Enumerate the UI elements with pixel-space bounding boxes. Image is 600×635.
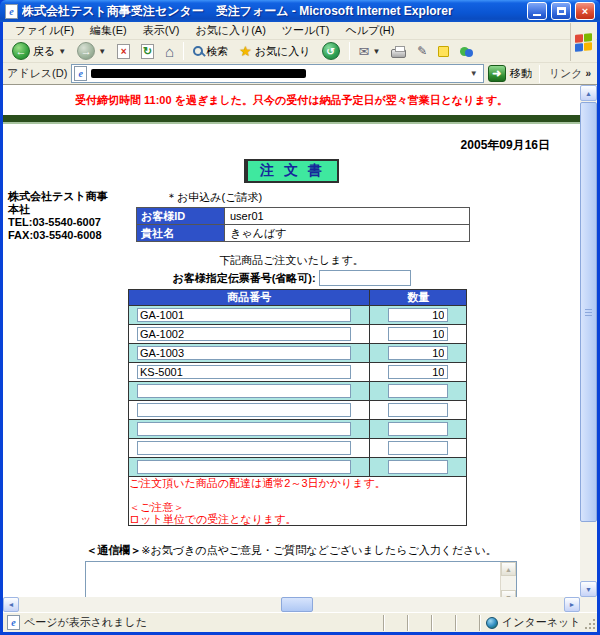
forward-dropdown-icon[interactable]: ▼ xyxy=(98,47,106,56)
quantity-input[interactable] xyxy=(388,403,448,417)
history-button[interactable]: ↺ xyxy=(317,40,345,62)
addressbar-separator xyxy=(539,65,540,83)
scroll-left-button[interactable]: ◄ xyxy=(3,597,19,612)
customer-block: ＊お申込み(ご請求) お客様IDuser01貴社名きゃんばす xyxy=(136,190,470,242)
quantity-input[interactable] xyxy=(388,460,448,474)
links-chevron-icon[interactable]: » xyxy=(585,68,591,79)
product-code-input[interactable] xyxy=(137,441,351,455)
slip-number-label: お客様指定伝票番号(省略可): xyxy=(172,271,315,286)
separator-bar xyxy=(3,115,580,124)
menu-view[interactable]: 表示(V) xyxy=(135,21,188,40)
refresh-button[interactable]: ↻ xyxy=(136,42,159,61)
product-code-input[interactable] xyxy=(137,403,351,417)
menu-favorites[interactable]: お気に入り(A) xyxy=(187,21,273,40)
forward-button[interactable]: → ▼ xyxy=(72,40,111,62)
messenger-icon xyxy=(460,47,469,56)
mail-button[interactable]: ✉ ▼ xyxy=(354,43,386,60)
home-button[interactable]: ⌂ xyxy=(160,42,179,61)
quantity-cell xyxy=(370,325,467,344)
message-textarea[interactable] xyxy=(86,562,500,597)
back-button[interactable]: ← 戻る ▼ xyxy=(7,40,71,62)
window-title: 株式会社テスト商事受注センター 受注フォーム - Microsoft Inter… xyxy=(22,3,523,20)
order-date: 2005年09月16日 xyxy=(3,137,580,154)
notes-icon xyxy=(438,46,449,57)
close-button[interactable]: × xyxy=(575,2,595,20)
search-button[interactable]: 検索 xyxy=(188,42,233,61)
vertical-scroll-thumb[interactable] xyxy=(580,102,597,522)
customer-field-label: お客様ID xyxy=(137,208,225,225)
quantity-input[interactable] xyxy=(388,422,448,436)
quantity-input[interactable] xyxy=(388,365,448,379)
product-code-input[interactable] xyxy=(137,384,351,398)
edit-button[interactable]: ✎ xyxy=(412,43,432,59)
delivery-note-line: ＜ご注意＞ xyxy=(129,501,466,513)
quantity-input[interactable] xyxy=(388,346,448,360)
back-label: 戻る xyxy=(33,44,55,59)
quantity-input[interactable] xyxy=(388,384,448,398)
product-code-input[interactable] xyxy=(137,365,351,379)
print-button[interactable] xyxy=(386,43,411,60)
company-info: 株式会社テスト商事本社TEL:03-5540-6007FAX:03-5540-6… xyxy=(8,190,136,242)
go-label[interactable]: 移動 xyxy=(510,66,532,81)
search-icon xyxy=(193,46,203,56)
delivery-note-line: ロット単位での受注となります。 xyxy=(129,513,466,525)
product-code-input[interactable] xyxy=(137,308,351,322)
vertical-scrollbar[interactable]: ▲ ▼ xyxy=(580,85,597,597)
product-code-cell xyxy=(129,401,370,420)
status-pane xyxy=(431,615,455,631)
menu-file[interactable]: ファイル(F) xyxy=(7,21,82,40)
horizontal-scroll-thumb[interactable] xyxy=(281,597,313,612)
menu-help[interactable]: ヘルプ(H) xyxy=(337,21,402,40)
product-code-cell xyxy=(129,325,370,344)
product-row xyxy=(129,382,467,401)
textarea-scrollbar[interactable]: ▲ ▼ xyxy=(500,562,516,597)
back-dropdown-icon[interactable]: ▼ xyxy=(58,47,66,56)
address-label: アドレス(D) xyxy=(7,66,67,81)
menu-tools[interactable]: ツール(T) xyxy=(274,21,338,40)
product-code-header: 商品番号 xyxy=(129,290,370,306)
go-button[interactable]: ➜ xyxy=(488,65,506,82)
product-code-cell xyxy=(129,420,370,439)
quantity-input[interactable] xyxy=(388,308,448,322)
product-code-input[interactable] xyxy=(137,422,351,436)
status-pane xyxy=(407,615,431,631)
scroll-down-button[interactable]: ▼ xyxy=(580,581,597,597)
links-bar[interactable]: リンク » xyxy=(547,66,593,81)
textarea-scroll-down-icon[interactable]: ▼ xyxy=(501,590,516,597)
minimize-button[interactable] xyxy=(527,2,547,20)
maximize-button[interactable] xyxy=(551,2,571,20)
product-row xyxy=(129,344,467,363)
product-table: 商品番号 数量 ご注文頂いた商品の配達は通常2～3日かかります。＜ご注意＞ロット… xyxy=(128,289,467,526)
delivery-notes: ご注文頂いた商品の配達は通常2～3日かかります。＜ご注意＞ロット単位での受注とな… xyxy=(129,477,467,526)
product-code-input[interactable] xyxy=(137,327,351,341)
quantity-cell xyxy=(370,382,467,401)
product-row xyxy=(129,458,467,477)
url-page-icon: e xyxy=(74,66,87,81)
address-input[interactable]: e ▼ xyxy=(71,64,483,83)
textarea-scroll-up-icon[interactable]: ▲ xyxy=(501,562,516,576)
stop-button[interactable]: × xyxy=(112,42,135,61)
favorites-button[interactable]: ★ お気に入り xyxy=(234,42,315,61)
mail-dropdown-icon[interactable]: ▼ xyxy=(372,47,380,56)
product-code-input[interactable] xyxy=(137,346,351,360)
refresh-icon: ↻ xyxy=(141,44,154,59)
quantity-input[interactable] xyxy=(388,441,448,455)
messenger-button[interactable] xyxy=(455,45,478,58)
product-code-input[interactable] xyxy=(137,460,351,474)
scroll-up-button[interactable]: ▲ xyxy=(580,85,597,101)
status-text: ページが表示されました xyxy=(24,615,147,630)
windows-flag-icon xyxy=(575,33,592,52)
windows-logo-throbber xyxy=(570,23,596,61)
quantity-input[interactable] xyxy=(388,327,448,341)
notes-button[interactable] xyxy=(433,44,454,59)
company-line: 本社 xyxy=(8,203,136,216)
menu-edit[interactable]: 編集(E) xyxy=(82,21,135,40)
scroll-right-button[interactable]: ► xyxy=(564,597,580,612)
stop-icon: × xyxy=(117,44,130,59)
resize-grip[interactable] xyxy=(583,613,597,632)
horizontal-scrollbar[interactable]: ◄ ► xyxy=(3,597,597,612)
favorites-label: お気に入り xyxy=(255,44,311,59)
slip-number-input[interactable] xyxy=(319,270,411,286)
browser-viewport: 受付締切時間 11:00 を過ぎました。只今の受付は納品予定日が翌々営業日となり… xyxy=(3,84,597,597)
address-dropdown-icon[interactable]: ▼ xyxy=(467,69,481,78)
